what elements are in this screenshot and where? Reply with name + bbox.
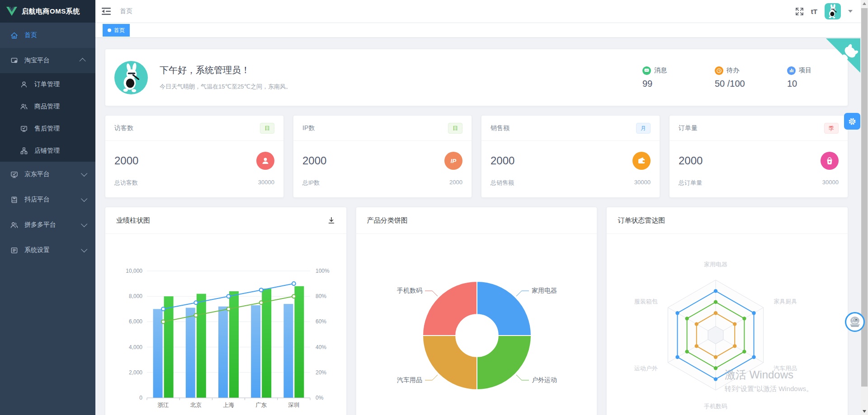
svg-text:手机数码: 手机数码 (704, 403, 727, 410)
vue-logo-icon (6, 6, 17, 16)
stat-value: 99 (642, 79, 682, 89)
charts-row: 业绩柱状图 00%2,00020%4,00040%6,00060%8,00080… (105, 207, 848, 415)
clock-icon (715, 66, 723, 75)
sidebar-item-shop-management[interactable]: 店铺管理 (0, 140, 95, 162)
tag-home[interactable]: 首页 (103, 24, 130, 37)
corner-ribbon[interactable] (826, 38, 860, 73)
fullscreen-button[interactable] (795, 7, 804, 16)
svg-text:广东: 广东 (255, 402, 267, 408)
chevron-down-icon (81, 246, 87, 252)
sidebar-item-label: 售后管理 (34, 125, 60, 133)
svg-text:40%: 40% (316, 344, 326, 350)
sidebar-item-label: 订单管理 (34, 80, 60, 89)
sidebar-item-pdd[interactable]: 拼多多平台 (0, 212, 95, 238)
period-badge: 季 (824, 123, 839, 134)
main-content: 下午好，系统管理员！ 今日天气晴朗，气温在15℃至25℃之间，东南风。 消息 9… (95, 38, 861, 415)
sidebar-item-product-management[interactable]: 商品管理 (0, 95, 95, 117)
svg-text:上海: 上海 (223, 402, 235, 408)
svg-text:服装箱包: 服装箱包 (634, 298, 658, 305)
app-logo: 启航电商OMS系统 (0, 0, 95, 23)
scrollbar-thumb[interactable] (861, 8, 868, 387)
period-badge: 月 (636, 123, 651, 134)
stat-card-value: 2000 (302, 154, 326, 167)
stat-card-value: 2000 (114, 154, 138, 167)
avatar-dropdown-caret[interactable] (848, 10, 853, 13)
svg-text:汽车用品: 汽车用品 (774, 365, 797, 372)
stat-footer-value: 2000 (449, 179, 462, 187)
svg-text:户外运动: 户外运动 (532, 376, 557, 383)
chevron-down-icon (81, 196, 87, 202)
welcome-card: 下午好，系统管理员！ 今日天气晴朗，气温在15℃至25℃之间，东南风。 消息 9… (105, 49, 848, 106)
sidebar-item-doudian[interactable]: 抖店平台 (0, 187, 95, 212)
sidebar-submenu-taobao: 订单管理 商品管理 售后管理 (0, 73, 95, 162)
stat-label: 消息 (654, 66, 667, 75)
penguin-icon (848, 315, 862, 329)
monitor-check-icon (20, 125, 28, 133)
stat-card-value: 2000 (679, 154, 703, 167)
bunny-avatar-icon (114, 61, 148, 94)
users-icon (10, 221, 18, 229)
monitor-icon (10, 170, 18, 178)
svg-text:2,000: 2,000 (129, 369, 142, 376)
org-icon (20, 147, 28, 155)
fullscreen-icon (795, 7, 804, 16)
bar-chart-svg: 00%2,00020%4,00040%6,00060%8,00080%10,00… (114, 234, 338, 415)
welcome-stats: 消息 99 待办 50 /100 (642, 66, 827, 89)
stat-footer-value: 30000 (258, 179, 274, 187)
stat-card-title: 订单量 (679, 124, 698, 132)
vertical-scrollbar (861, 0, 868, 415)
sidebar-item-settings[interactable]: 系统设置 (0, 238, 95, 263)
svg-text:8,000: 8,000 (129, 293, 142, 299)
sidebar-item-taobao[interactable]: 淘宝平台 (0, 48, 95, 73)
chevron-down-icon (81, 170, 87, 177)
chart-title: 产品分类饼图 (367, 216, 408, 225)
stat-value: 50 /100 (715, 79, 755, 89)
sidebar-collapse-button[interactable] (95, 7, 117, 15)
stat-card-ip: IP数 日 2000 IP 总IP数 2000 (293, 115, 472, 198)
stat-value: 10 (787, 79, 827, 89)
chevron-down-icon (81, 221, 87, 227)
book-icon (10, 196, 18, 204)
stat-footer-value: 30000 (634, 179, 651, 187)
theme-settings-button[interactable] (844, 113, 860, 130)
stat-footer-label: 总销售额 (491, 179, 514, 187)
sidebar-item-label: 抖店平台 (24, 196, 50, 204)
stat-cards-row: 访客数 日 2000 总访客数 30000 IP数 日 2000 IP 总IP数… (105, 115, 848, 198)
svg-text:深圳: 深圳 (288, 402, 299, 408)
gear-icon (848, 117, 857, 126)
svg-text:运动户外: 运动户外 (634, 365, 658, 372)
pie-chart-svg: 家用电器户外运动汽车用品手机数码 (365, 234, 589, 415)
settings-icon (10, 246, 18, 254)
breadcrumb[interactable]: 首页 (120, 7, 132, 15)
user-icon (256, 152, 274, 170)
stat-projects: 项目 10 (787, 66, 827, 89)
tag-label: 首页 (114, 27, 125, 34)
sidebar-item-aftersale-management[interactable]: 售后管理 (0, 117, 95, 140)
sidebar-item-order-management[interactable]: 订单管理 (0, 73, 95, 95)
cat-icon (837, 38, 863, 65)
pie-chart-card: 产品分类饼图 家用电器户外运动汽车用品手机数码 (356, 207, 598, 415)
chevron-up-icon (80, 58, 86, 64)
stat-messages: 消息 99 (642, 66, 682, 89)
ip-icon: IP (444, 152, 462, 170)
stat-label: 项目 (799, 66, 811, 75)
scroll-up-arrow[interactable] (863, 2, 866, 5)
bar-chart-card: 业绩柱状图 00%2,00020%4,00040%6,00060%8,00080… (105, 207, 347, 415)
svg-text:10,000: 10,000 (126, 268, 142, 274)
platform-icon (10, 56, 18, 65)
stat-footer-value: 30000 (822, 179, 839, 187)
svg-text:家用电器: 家用电器 (532, 287, 557, 294)
download-button[interactable] (327, 216, 335, 224)
user-avatar[interactable] (825, 3, 841, 19)
sidebar-item-jd[interactable]: 京东平台 (0, 162, 95, 187)
svg-text:手机数码: 手机数码 (397, 287, 422, 294)
scroll-down-arrow[interactable] (863, 410, 866, 413)
stat-card-value: 2000 (491, 154, 514, 167)
home-icon (10, 31, 18, 39)
customer-service-button[interactable] (845, 312, 865, 332)
stat-footer-label: 总访客数 (114, 179, 138, 187)
font-size-button[interactable]: tT (811, 8, 817, 15)
sidebar-item-home[interactable]: 首页 (0, 23, 95, 48)
svg-text:6,000: 6,000 (129, 318, 142, 325)
user-icon (20, 80, 28, 89)
